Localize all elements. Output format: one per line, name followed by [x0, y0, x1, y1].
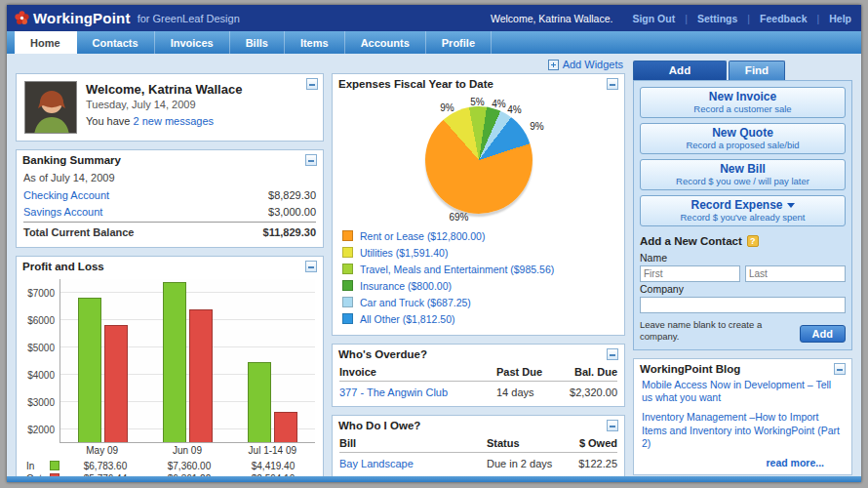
savings-account-link[interactable]: Savings Account [23, 206, 102, 218]
welcome-widget: Welcome, Katrina Wallace Tuesday, July 1… [16, 73, 324, 142]
table-row: Bay Landscape Due in 2 days $122.25 [339, 453, 617, 471]
legend-item-link[interactable]: Utilities ($1,591.40) [360, 247, 448, 259]
feedback-link[interactable]: Feedback [760, 13, 807, 24]
legend-label: In [26, 461, 50, 471]
divider: | [685, 13, 688, 24]
app-header: WorkingPoint for GreenLeaf Design Welcom… [7, 5, 861, 31]
settings-link[interactable]: Settings [697, 13, 737, 24]
collapse-widget-button[interactable] [607, 78, 618, 90]
expenses-legend: Rent or Lease ($12,800.00) Utilities ($1… [333, 227, 624, 335]
blog-post-link[interactable]: Mobile Access Now in Development – Tell … [642, 379, 844, 405]
nav-tab-home[interactable]: Home [15, 31, 77, 54]
app-logo[interactable]: WorkingPoint for GreenLeaf Design [15, 10, 240, 26]
legend-swatch [342, 230, 353, 241]
pl-bars [60, 279, 315, 442]
banking-as-of: As of July 14, 2009 [23, 170, 316, 186]
nav-tab-bills[interactable]: Bills [230, 31, 285, 54]
y-axis-label: $4000 [27, 369, 55, 380]
sign-out-link[interactable]: Sign Out [632, 13, 675, 24]
user-avatar [24, 81, 77, 134]
legend-row-in: In $6,783.60 $7,360.00 $4,419.40 [26, 460, 315, 472]
pie-percent-label: 9% [530, 121, 543, 132]
collapse-widget-button[interactable] [834, 363, 846, 375]
quick-action-tabs: Add Find [633, 61, 852, 80]
bar-out-Jun-09 [189, 309, 213, 441]
y-axis-label: $3000 [27, 396, 55, 407]
nav-tab-accounts[interactable]: Accounts [345, 31, 426, 54]
pie-percent-label: 4% [507, 104, 521, 115]
collapse-widget-button[interactable] [607, 348, 618, 360]
x-axis-label: May 09 [59, 443, 144, 460]
bar-in-Jun-09 [163, 282, 186, 441]
welcome-greeting: Welcome, Katrina Wallace [86, 81, 242, 97]
x-axis-labels: May 09 Jun 09 Jul 1-14 09 [59, 443, 315, 460]
widget-title: Who's Overdue? [338, 348, 427, 360]
bar-out-May-09 [104, 325, 128, 441]
table-header: Invoice Past Due Bal. Due [339, 364, 617, 382]
add-widget-icon [548, 60, 559, 70]
savings-balance: $3,000.00 [268, 206, 316, 218]
widget-title: Banking Summary [22, 154, 121, 166]
pie-percent-label: 4% [492, 99, 505, 109]
whos-overdue-widget: Who's Overdue? Invoice Past Due Bal. Due… [332, 344, 625, 407]
new-bill-button[interactable]: New Bill Record $ you owe / will pay lat… [640, 159, 846, 190]
bar-group [78, 279, 128, 442]
pl-yaxis: $7000$6000$5000$4000$3000$2000 [24, 279, 59, 443]
account-row: Checking Account $8,829.30 [23, 186, 316, 203]
contact-hint: Leave name blank to create a company. [640, 319, 794, 343]
legend-swatch [342, 313, 353, 324]
read-more-link[interactable]: read more... [642, 457, 844, 468]
header-welcome-text: Welcome, Katrina Wallace. [491, 13, 612, 24]
nav-tab-items[interactable]: Items [285, 31, 345, 54]
company-label: Company [640, 282, 846, 297]
legend-item-link[interactable]: All Other ($1,812.50) [360, 313, 454, 325]
new-invoice-button[interactable]: New Invoice Record a customer sale [640, 87, 846, 118]
add-contact-form: Add a New Contact ? Name Company Leave n… [640, 231, 846, 343]
legend-swatch-in [50, 461, 59, 470]
add-contact-button[interactable]: Add [800, 325, 846, 343]
help-link[interactable]: Help [829, 13, 851, 24]
legend-item-link[interactable]: Car and Truck ($687.25) [360, 297, 471, 308]
name-label: Name [640, 251, 846, 265]
x-axis-label: Jun 09 [144, 443, 229, 460]
footer-bar [7, 476, 861, 482]
checking-account-link[interactable]: Checking Account [23, 189, 109, 201]
nav-tab-invoices[interactable]: Invoices [155, 31, 230, 54]
main-nav: Home Contacts Invoices Bills Items Accou… [7, 31, 861, 54]
pie-percent-label: 9% [440, 102, 454, 113]
tab-find[interactable]: Find [729, 61, 785, 80]
blog-post-link[interactable]: Inventory Management –How to Import Item… [642, 411, 844, 451]
last-name-input[interactable] [745, 265, 846, 282]
x-axis-label: Jul 1-14 09 [230, 443, 315, 460]
legend-item-link[interactable]: Insurance ($800.00) [360, 280, 452, 292]
tab-add[interactable]: Add [633, 61, 727, 80]
collapse-widget-button[interactable] [305, 261, 317, 272]
table-header: Bill Status $ Owed [339, 435, 617, 453]
y-axis-label: $5000 [27, 342, 55, 352]
expenses-pie-chart: 69%9%5%4%4%9% [333, 93, 624, 227]
legend-swatch [342, 280, 353, 291]
help-icon[interactable]: ? [747, 235, 759, 247]
record-expense-button[interactable]: Record Expense Record $ you've already s… [640, 195, 846, 226]
divider: | [747, 13, 750, 24]
add-widgets-link[interactable]: Add Widgets [548, 59, 623, 70]
collapse-widget-button[interactable] [305, 154, 317, 166]
welcome-date: Tuesday, July 14, 2009 [86, 97, 242, 115]
legend-swatch [342, 297, 353, 307]
collapse-widget-button[interactable] [607, 420, 618, 431]
legend-item-link[interactable]: Rent or Lease ($12,800.00) [360, 230, 485, 242]
nav-tab-profile[interactable]: Profile [426, 31, 492, 54]
company-input[interactable] [640, 297, 846, 313]
overdue-invoice-link[interactable]: 377 - The Angwin Club [339, 386, 496, 398]
new-quote-button[interactable]: New Quote Record a proposed sale/bid [640, 123, 846, 154]
first-name-input[interactable] [640, 265, 740, 282]
legend-swatch [342, 264, 353, 274]
widget-title: Profit and Loss [22, 261, 104, 272]
legend-item-link[interactable]: Travel, Meals and Entertainment ($985.56… [360, 264, 554, 275]
nav-tab-contacts[interactable]: Contacts [77, 31, 155, 54]
new-messages-link[interactable]: 2 new messages [134, 115, 215, 127]
pie-percent-label: 5% [470, 97, 484, 107]
widget-title: Expenses Fiscal Year to Date [338, 78, 493, 90]
owe-bill-link[interactable]: Bay Landscape [339, 458, 487, 469]
collapse-widget-button[interactable] [306, 78, 318, 90]
